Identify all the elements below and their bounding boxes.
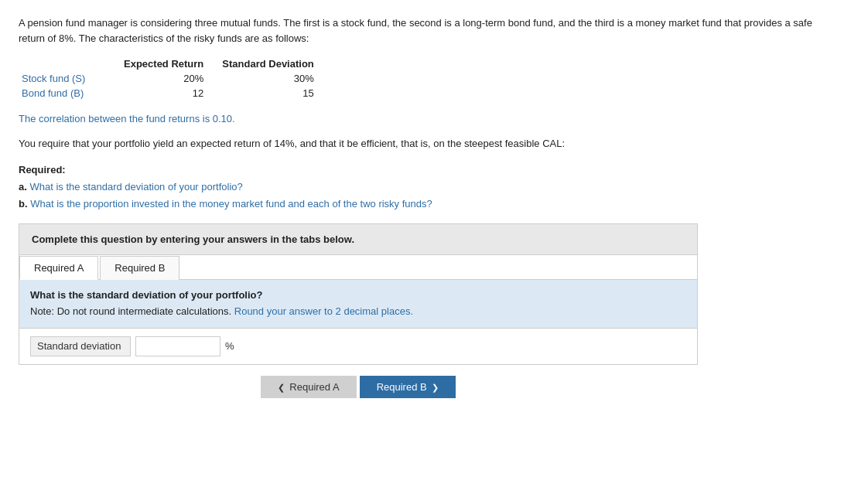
tab-required-a-label: Required A	[34, 262, 84, 274]
tab-required-b[interactable]: Required B	[100, 256, 179, 280]
fund-name-bond: Bond fund (B)	[19, 86, 119, 101]
next-button[interactable]: Required B	[360, 376, 456, 398]
answer-row: Standard deviation %	[19, 329, 697, 364]
yield-line: You require that your portfolio yield an…	[19, 136, 839, 152]
col-header-standard-deviation: Standard Deviation	[217, 56, 327, 71]
tabs-container: Required A Required B What is the standa…	[19, 255, 698, 365]
percent-symbol: %	[225, 340, 234, 352]
correlation-line: The correlation between the fund returns…	[19, 111, 849, 127]
tab-note: Note: Do not round intermediate calculat…	[30, 305, 413, 317]
required-title: Required:	[19, 164, 66, 176]
fund-name-stock: Stock fund (S)	[19, 71, 119, 86]
tabs-header: Required A Required B	[19, 255, 697, 280]
prev-button[interactable]: Required A	[261, 376, 356, 398]
table-row: Bond fund (B) 12 15	[19, 86, 328, 101]
required-section: Required: a. What is the standard deviat…	[19, 162, 839, 213]
required-b: b. What is the proportion invested in th…	[19, 198, 432, 210]
stock-expected-return: 20%	[119, 71, 217, 86]
complete-box: Complete this question by entering your …	[19, 223, 698, 255]
required-a: a. What is the standard deviation of you…	[19, 181, 243, 193]
next-button-label: Required B	[377, 381, 427, 393]
bond-expected-return: 12	[119, 86, 217, 101]
answer-label: Standard deviation	[30, 336, 131, 356]
standard-deviation-input[interactable]	[135, 336, 220, 356]
col-header-fund	[19, 56, 119, 71]
table-row: Stock fund (S) 20% 30%	[19, 71, 328, 86]
tab-required-a[interactable]: Required A	[19, 256, 98, 280]
fund-table-section: Expected Return Standard Deviation Stock…	[19, 56, 849, 101]
intro-paragraph: A pension fund manager is considering th…	[19, 15, 839, 46]
tab-content-required-a: What is the standard deviation of your p…	[19, 280, 697, 364]
nav-buttons: Required A Required B	[19, 365, 698, 401]
tab-info-bar: What is the standard deviation of your p…	[19, 280, 697, 329]
stock-standard-deviation: 30%	[217, 71, 327, 86]
prev-button-label: Required A	[289, 381, 339, 393]
chevron-right-icon	[432, 381, 439, 393]
complete-box-text: Complete this question by entering your …	[32, 233, 354, 245]
tab-required-b-label: Required B	[114, 262, 165, 274]
bond-standard-deviation: 15	[217, 86, 327, 101]
fund-table: Expected Return Standard Deviation Stock…	[19, 56, 328, 101]
col-header-expected-return: Expected Return	[119, 56, 217, 71]
tab-question: What is the standard deviation of your p…	[30, 289, 262, 301]
chevron-left-icon	[278, 381, 285, 393]
